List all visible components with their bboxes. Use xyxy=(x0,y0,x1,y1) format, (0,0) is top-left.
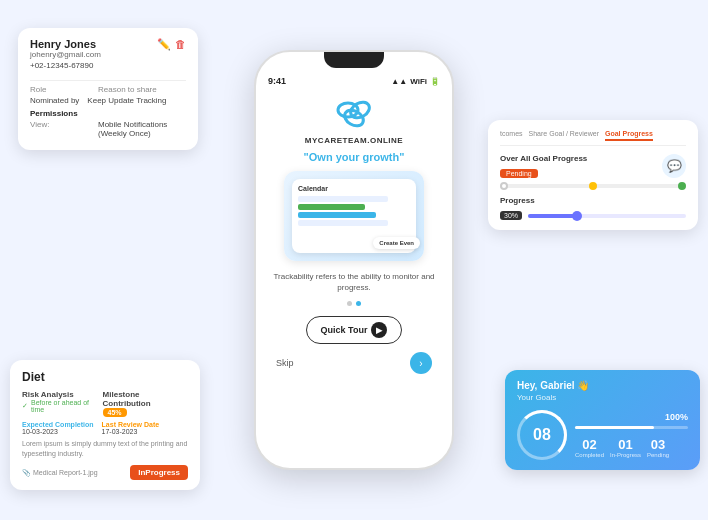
track-dot-mid xyxy=(589,182,597,190)
reason-label: Reason to share xyxy=(98,85,158,94)
phone-description: Trackability refers to the ability to mo… xyxy=(268,271,440,293)
view-value: Mobile Notifications (Weekly Once) xyxy=(98,120,186,138)
in-progress-stat: 01 In-Progress xyxy=(610,437,641,458)
quick-tour-button[interactable]: Quick Tour ▶ xyxy=(306,316,403,344)
gabriel-num: 08 xyxy=(533,426,551,444)
expected-date: 10-03-2023 xyxy=(22,428,94,435)
milestone-badge: 45% xyxy=(103,408,127,417)
gabriel-pct: 100% xyxy=(575,412,688,422)
completed-label: Completed xyxy=(575,452,604,458)
pending-value: 03 xyxy=(651,437,665,452)
progress-bar-bg xyxy=(528,214,686,218)
diet-card: Diet Risk Analysis ✓ Before or ahead of … xyxy=(10,360,200,490)
completed-value: 02 xyxy=(582,437,596,452)
goal-tabs: tcomes Share Goal / Reviewer Goal Progre… xyxy=(500,130,686,146)
dot-1[interactable] xyxy=(347,301,352,306)
time: 9:41 xyxy=(268,76,286,86)
gabriel-circle: 08 xyxy=(517,410,567,460)
report-link[interactable]: 📎 Medical Report-1.jpg xyxy=(22,469,98,477)
progress-label: Progress xyxy=(500,196,686,205)
reason-value: Keep Update Tracking xyxy=(87,96,166,105)
message-icon[interactable]: 💬 xyxy=(662,154,686,178)
tab-goal-progress[interactable]: Goal Progress xyxy=(605,130,653,141)
skip-text[interactable]: Skip xyxy=(276,358,294,368)
last-review-date: 17-03-2023 xyxy=(102,428,160,435)
brand-logo xyxy=(332,92,376,136)
phone-notch xyxy=(324,52,384,68)
tab-share-goal[interactable]: Share Goal / Reviewer xyxy=(529,130,599,141)
gabriel-progress-bar xyxy=(575,426,688,429)
create-event-badge: Create Even xyxy=(373,237,420,249)
risk-label: Risk Analysis xyxy=(22,390,103,399)
in-progress-badge: InProgress xyxy=(130,465,188,480)
phone-frame: 9:41 ▲▲ WiFi 🔋 MYCARETEAM.ONLINE "Own yo… xyxy=(254,50,454,470)
carousel-dots xyxy=(347,301,361,306)
diet-title: Diet xyxy=(22,370,188,384)
edit-icon[interactable]: ✏️ xyxy=(157,38,171,51)
status-bar: 9:41 ▲▲ WiFi 🔋 xyxy=(256,72,452,86)
henry-email: johenry@gmail.com xyxy=(30,50,101,59)
henry-phone: +02-12345-67890 xyxy=(30,61,101,70)
track-dot-end xyxy=(678,182,686,190)
milestone-label: Milestone Contribution xyxy=(103,390,188,408)
role-value: Nominated by xyxy=(30,96,79,105)
completed-stat: 02 Completed xyxy=(575,437,604,458)
inprogress-value: 01 xyxy=(618,437,632,452)
progress-pct-badge: 30% xyxy=(500,211,522,220)
calendar-preview: Calendar Create Even xyxy=(284,171,424,261)
pending-badge: Pending xyxy=(500,169,538,178)
track-dot-start xyxy=(500,182,508,190)
brand-name: MYCARETEAM.ONLINE xyxy=(305,136,403,145)
expected-label: Expected Completion xyxy=(22,421,94,428)
lorem-text: Lorem ipsum is simply dummy text of the … xyxy=(22,439,188,459)
permissions-title: Permissions xyxy=(30,109,186,118)
progress-bar-fill xyxy=(528,214,575,218)
inprogress-label: In-Progress xyxy=(610,452,641,458)
progress-slider-row: 30% xyxy=(500,211,686,220)
tab-outcomes[interactable]: tcomes xyxy=(500,130,523,141)
gabriel-greeting: Hey, Gabriel 👋 xyxy=(517,380,688,391)
quick-tour-label: Quick Tour xyxy=(321,325,368,335)
goal-progress-card: tcomes Share Goal / Reviewer Goal Progre… xyxy=(488,120,698,230)
dot-2[interactable] xyxy=(356,301,361,306)
progress-thumb[interactable] xyxy=(572,211,582,221)
gabriel-progress-fill xyxy=(575,426,654,429)
gabriel-card: Hey, Gabriel 👋 Your Goals 08 100% 02 Com… xyxy=(505,370,700,470)
last-review-label: Last Review Date xyxy=(102,421,160,428)
gabriel-subheading: Your Goals xyxy=(517,393,688,402)
pending-label: Pending xyxy=(647,452,669,458)
overall-goal-label: Over All Goal Progress xyxy=(500,154,686,163)
status-icons: ▲▲ WiFi 🔋 xyxy=(391,77,440,86)
view-label: View: xyxy=(30,120,90,138)
pending-stat: 03 Pending xyxy=(647,437,669,458)
next-button[interactable]: › xyxy=(410,352,432,374)
quick-tour-arrow-icon: ▶ xyxy=(371,322,387,338)
henry-name: Henry Jones xyxy=(30,38,101,50)
henry-jones-card: Henry Jones johenry@gmail.com +02-12345-… xyxy=(18,28,198,150)
brand-tagline: "Own your growth" xyxy=(304,151,405,163)
overall-progress-track xyxy=(500,184,686,188)
delete-icon[interactable]: 🗑 xyxy=(175,38,186,51)
before-label: ✓ Before or ahead of time xyxy=(22,399,103,413)
role-label: Role xyxy=(30,85,90,94)
